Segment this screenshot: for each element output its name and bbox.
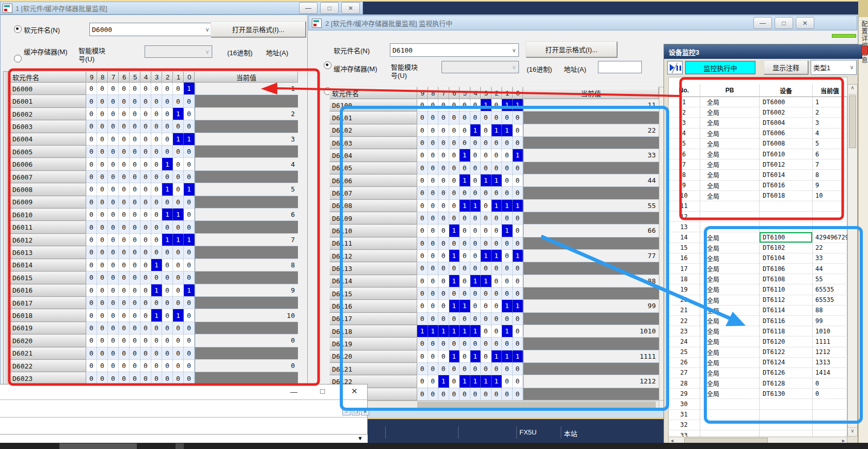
panel-value-cell[interactable]: 1313: [813, 358, 847, 368]
bit-cell[interactable]: 0: [173, 95, 184, 107]
panel-device-cell[interactable]: DT6102: [760, 243, 813, 253]
current-value-cell[interactable]: [523, 187, 659, 199]
current-value-cell[interactable]: 0: [195, 360, 298, 372]
bit-cell[interactable]: 0: [140, 209, 151, 221]
panel-value-cell[interactable]: 1010: [813, 326, 847, 336]
current-value-cell[interactable]: [195, 271, 298, 284]
bit-cell[interactable]: 1: [481, 250, 492, 262]
current-value-cell[interactable]: 7: [195, 234, 298, 246]
panel-pb-cell[interactable]: 全局: [700, 295, 760, 306]
bit-cell[interactable]: 1: [492, 250, 502, 262]
device-cell[interactable]: D6115: [329, 287, 417, 300]
scroll-down-icon[interactable]: ∨: [848, 427, 857, 436]
current-value-cell[interactable]: [195, 146, 298, 158]
panel-pb-cell[interactable]: 全局: [700, 243, 760, 253]
panel-row[interactable]: 27全局DT61261414: [668, 368, 847, 378]
bit-cell[interactable]: 0: [481, 124, 492, 137]
bit-cell[interactable]: 0: [492, 287, 502, 300]
bit-cell[interactable]: 0: [86, 297, 97, 309]
bit-cell[interactable]: 1: [470, 124, 481, 137]
panel-pb-cell[interactable]: 全局: [700, 378, 760, 389]
panel-no-cell[interactable]: 20: [668, 295, 700, 306]
bit-cell[interactable]: 0: [108, 259, 119, 271]
panel-value-cell[interactable]: 88: [813, 306, 847, 316]
bit-cell[interactable]: 0: [86, 95, 97, 107]
bit-cell[interactable]: 0: [481, 313, 492, 325]
bit-cell[interactable]: 0: [140, 133, 151, 146]
panel-pb-cell[interactable]: 全局: [700, 139, 760, 149]
panel-no-cell[interactable]: 2: [668, 107, 700, 118]
bit-cell[interactable]: 1: [513, 200, 524, 212]
panel-no-cell[interactable]: 12: [668, 212, 700, 222]
bit-cell[interactable]: 0: [130, 234, 140, 246]
bit-cell[interactable]: 0: [470, 338, 481, 350]
bit-cell[interactable]: 0: [460, 275, 470, 287]
bit-cell[interactable]: 0: [162, 171, 173, 183]
bit-cell[interactable]: 0: [470, 162, 481, 174]
current-value-cell[interactable]: [523, 363, 659, 375]
bit-cell[interactable]: 0: [502, 250, 513, 262]
current-value-cell[interactable]: 1111: [523, 350, 659, 363]
bit-cell[interactable]: 0: [184, 209, 195, 221]
bit-cell[interactable]: 0: [130, 95, 140, 107]
bit-cell[interactable]: 0: [140, 95, 151, 107]
panel-value-cell[interactable]: 1414: [813, 368, 847, 378]
panel-value-cell[interactable]: 55: [813, 274, 847, 284]
bit-cell[interactable]: 0: [173, 158, 184, 170]
bit-cell[interactable]: 0: [140, 284, 151, 297]
bit-cell[interactable]: 1: [151, 259, 162, 271]
bit-cell[interactable]: 0: [502, 237, 513, 250]
panel-no-cell[interactable]: 16: [668, 253, 700, 264]
bit-cell[interactable]: 0: [119, 246, 130, 259]
panel-pb-cell[interactable]: [700, 201, 760, 212]
bit-cell[interactable]: 1: [184, 284, 195, 297]
current-value-cell[interactable]: [523, 111, 659, 124]
panel-device-cell[interactable]: DT6004: [760, 118, 813, 128]
panel-device-cell[interactable]: DT6006: [760, 129, 813, 139]
close-icon[interactable]: ✕: [351, 387, 358, 396]
bit-cell[interactable]: 0: [428, 224, 439, 237]
bit-cell[interactable]: 0: [184, 372, 195, 384]
bit-cell[interactable]: 0: [428, 237, 439, 250]
bit-cell[interactable]: 0: [140, 234, 151, 246]
bit-cell[interactable]: 0: [513, 338, 524, 350]
bit-cell[interactable]: 0: [449, 174, 460, 187]
panel-row[interactable]: 4全局DT60064: [668, 129, 847, 139]
bit-cell[interactable]: 0: [492, 187, 502, 199]
bit-cell[interactable]: 0: [108, 234, 119, 246]
panel-device-cell[interactable]: [760, 430, 813, 437]
panel-value-cell[interactable]: 4: [813, 129, 847, 139]
bit-cell[interactable]: 1: [481, 174, 492, 187]
device-cell[interactable]: D6015: [10, 271, 86, 284]
bit-cell[interactable]: 0: [130, 297, 140, 309]
bit-cell[interactable]: 0: [108, 158, 119, 170]
bit-cell[interactable]: 0: [460, 237, 470, 250]
bit-cell[interactable]: 0: [417, 174, 428, 187]
minimize-icon[interactable]: —: [290, 388, 297, 396]
bit-cell[interactable]: 0: [481, 187, 492, 199]
panel-value-cell[interactable]: 10: [813, 191, 847, 201]
module-combo[interactable]: ∨: [441, 61, 519, 73]
bit-cell[interactable]: 0: [97, 234, 108, 246]
bit-cell[interactable]: 0: [428, 200, 439, 212]
bit-cell[interactable]: 0: [140, 271, 151, 284]
device-cell[interactable]: D6008: [10, 183, 86, 196]
bit-cell[interactable]: 0: [130, 372, 140, 384]
bit-cell[interactable]: 0: [130, 120, 140, 133]
device-cell[interactable]: D6107: [329, 187, 417, 199]
bit-cell[interactable]: 0: [119, 234, 130, 246]
bit-cell[interactable]: 0: [513, 325, 524, 338]
current-value-cell[interactable]: 66: [523, 224, 659, 237]
bit-cell[interactable]: 0: [151, 347, 162, 360]
current-value-cell[interactable]: 22: [523, 124, 659, 137]
bit-cell[interactable]: 0: [151, 372, 162, 384]
bit-cell[interactable]: 0: [438, 212, 449, 224]
bit-cell[interactable]: 0: [97, 259, 108, 271]
bit-cell[interactable]: 0: [502, 287, 513, 300]
panel-device-cell[interactable]: [760, 222, 813, 232]
bit-cell[interactable]: 0: [428, 174, 439, 187]
bit-cell[interactable]: 0: [108, 297, 119, 309]
bit-cell[interactable]: 0: [184, 347, 195, 360]
current-value-cell[interactable]: 10: [195, 309, 298, 322]
bit-cell[interactable]: 0: [470, 111, 481, 124]
